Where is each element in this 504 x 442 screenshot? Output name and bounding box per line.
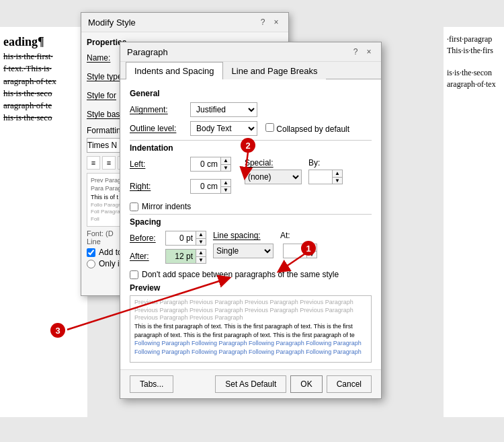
doc-right-column: ·first·paragrap This·is·the·firs is·is·t…	[444, 27, 504, 417]
before-down[interactable]: ▼	[196, 239, 206, 246]
alignment-label: Alignment:	[130, 105, 190, 114]
outline-level-select[interactable]: Body Text	[190, 121, 257, 136]
set-as-default-button[interactable]: Set As Default	[215, 375, 286, 393]
doc-text-line: f·text.·This·is·	[3, 63, 84, 75]
doc-text-line: his·is·the·seco	[3, 87, 84, 100]
dont-add-checkbox[interactable]	[130, 270, 138, 279]
cancel-button[interactable]: Cancel	[327, 375, 372, 393]
para-titlebar: Paragraph ? ×	[120, 42, 381, 62]
before-label: Before:	[130, 233, 160, 243]
before-after-group: Before: ▲ ▼ After: ▲	[130, 231, 206, 267]
left-up[interactable]: ▲	[221, 157, 230, 165]
para-preview-box: Previous Paragraph Previous Paragraph Pr…	[130, 295, 372, 363]
right-down[interactable]: ▼	[221, 187, 230, 194]
right-spinner-buttons: ▲ ▼	[220, 179, 231, 194]
general-section-label: General	[130, 89, 372, 98]
before-up[interactable]: ▲	[196, 231, 206, 239]
preview-prev-para: Previous Paragraph Previous Paragraph Pr…	[134, 299, 367, 322]
modify-style-titlebar: Modify Style ? ×	[81, 13, 288, 32]
mirror-indent-row: Mirror indents	[130, 202, 372, 211]
by-input[interactable]	[308, 170, 332, 184]
right-indent-row: Right: ▲ ▼	[130, 179, 231, 194]
after-up[interactable]: ▲	[196, 250, 206, 257]
align-left-icon[interactable]: ≡	[87, 156, 100, 170]
by-group: By: ▲ ▼	[308, 158, 343, 184]
special-by-group: Special: (none) By: ▲ ▼	[245, 158, 343, 198]
special-select[interactable]: (none)	[245, 170, 302, 184]
by-spinner: ▲ ▼	[308, 170, 343, 184]
doc-right-line: This·is·the·firs	[447, 45, 501, 57]
preview-inner: Previous Paragraph Previous Paragraph Pr…	[130, 296, 371, 359]
alignment-row: Alignment: Justified	[130, 102, 372, 117]
outline-level-row: Outline level: Body Text Collapsed by de…	[130, 121, 372, 136]
preview-main-para: This is the first paragraph of text. Thi…	[134, 322, 367, 339]
tab-line-page-breaks[interactable]: Line and Page Breaks	[223, 62, 327, 79]
left-spinner-buttons: ▲ ▼	[220, 157, 231, 172]
para-help-btn[interactable]: ?	[350, 46, 361, 57]
ok-button[interactable]: OK	[290, 375, 322, 393]
add-to-checkbox[interactable]	[87, 248, 95, 257]
doc-text-line: his·is·the·seco	[3, 112, 84, 124]
spacing-main-row: Before: ▲ ▼ After: ▲	[130, 231, 372, 267]
doc-text-line: aragraph·of·te	[3, 100, 84, 112]
before-row: Before: ▲ ▼	[130, 231, 206, 246]
preview-title: Preview	[130, 283, 372, 293]
doc-left-column: eading¶ his·is·the·first· f·text.·This·i…	[0, 27, 87, 417]
right-input[interactable]	[190, 179, 220, 194]
mirror-indent-label: Mirror indents	[142, 202, 191, 211]
by-down[interactable]: ▼	[333, 178, 342, 184]
doc-text-line: aragraph·of·tex	[3, 75, 84, 87]
para-close-btn[interactable]: ×	[364, 46, 374, 57]
doc-left-text: eading¶ his·is·the·first· f·text.·This·i…	[3, 34, 84, 124]
after-down[interactable]: ▼	[196, 257, 206, 264]
para-tabs-bar: Indents and Spacing Line and Page Breaks	[120, 62, 381, 79]
after-spinner-buttons: ▲ ▼	[196, 249, 206, 264]
indentation-row: Left: ▲ ▼ Right: ▲	[130, 157, 372, 198]
left-input[interactable]	[190, 157, 220, 172]
after-spinner: ▲ ▼	[165, 249, 206, 264]
left-spinner: ▲ ▼	[190, 157, 231, 172]
tab-indents-spacing[interactable]: Indents and Spacing	[126, 62, 223, 79]
dont-add-label: Don't add space between paragraphs of th…	[142, 270, 339, 279]
badge-1: 1	[301, 241, 316, 256]
mirror-indent-checkbox[interactable]	[130, 202, 138, 211]
align-center-icon[interactable]: ≡	[102, 156, 116, 170]
doc-text-line: his·is·the·first·	[3, 50, 84, 63]
preview-following-para: Following Paragraph Following Paragraph …	[134, 339, 367, 356]
at-label: At:	[280, 231, 290, 240]
collapsed-label: Collapsed by default	[276, 124, 349, 134]
collapsed-checkbox-wrap: Collapsed by default	[265, 123, 349, 134]
outline-level-wrap: Body Text Collapsed by default	[190, 121, 349, 136]
line-spacing-select[interactable]: Single	[213, 244, 274, 258]
right-spinner: ▲ ▼	[190, 179, 231, 194]
badge-3: 3	[50, 323, 65, 338]
add-to-label: Add to	[99, 248, 122, 257]
titlebar-buttons: ? ×	[257, 17, 282, 28]
outline-level-label: Outline level:	[130, 124, 190, 133]
by-up[interactable]: ▲	[333, 170, 342, 178]
para-titlebar-buttons: ? ×	[350, 46, 374, 57]
before-input[interactable]	[165, 231, 196, 246]
spacing-section-label: Spacing	[130, 217, 372, 227]
left-label: Left:	[130, 159, 190, 169]
tabs-button[interactable]: Tabs...	[130, 375, 173, 393]
para-title: Paragraph	[127, 47, 168, 57]
special-label: Special:	[245, 158, 302, 168]
after-label: After:	[130, 252, 160, 261]
only-in-radio[interactable]	[87, 260, 95, 268]
alignment-select-wrap: Justified	[190, 102, 257, 117]
modify-style-help-btn[interactable]: ?	[257, 17, 268, 28]
doc-right-line: is·is·the·secon	[447, 67, 501, 79]
after-input[interactable]	[165, 249, 196, 264]
right-up[interactable]: ▲	[221, 180, 230, 187]
line-spacing-label: Line spacing:	[213, 231, 267, 240]
modify-style-close-btn[interactable]: ×	[271, 17, 282, 28]
left-down[interactable]: ▼	[221, 165, 230, 172]
alignment-select[interactable]: Justified	[190, 102, 257, 117]
doc-right-text: ·first·paragrap This·is·the·firs is·is·t…	[447, 34, 501, 90]
collapsed-checkbox[interactable]	[265, 123, 274, 132]
line-spacing-row: Line spacing: At:	[213, 231, 317, 240]
paragraph-dialog: Paragraph ? × Indents and Spacing Line a…	[120, 42, 382, 399]
before-spinner: ▲ ▼	[165, 231, 206, 246]
doc-heading: eading¶	[3, 34, 84, 50]
